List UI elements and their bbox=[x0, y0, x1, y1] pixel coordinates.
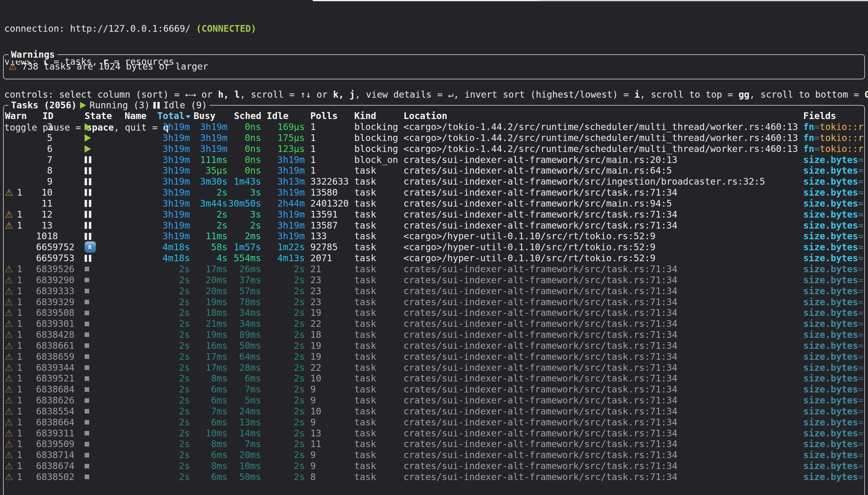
column-header-total-sorted[interactable]: Total bbox=[157, 110, 190, 121]
key-G: G bbox=[865, 89, 868, 100]
table-row-task-6659752[interactable]: 6659752 4m18s 58s 1m57s 1m22s 92785 task… bbox=[0, 242, 868, 253]
table-row-task-6839344[interactable]: ⚠ 1 6839344 2s 17ms 28ms 2s 22 task crat… bbox=[0, 362, 868, 373]
table-row-task-6838554[interactable]: ⚠ 1 6838554 2s 7ms 24ms 2s 10 task crate… bbox=[0, 406, 868, 417]
warn-count: 1 bbox=[15, 275, 22, 286]
table-row-task-6839521[interactable]: ⚠ 1 6839521 2s 8ms 6ms 2s 10 task crates… bbox=[0, 373, 868, 384]
table-row-task-6839526[interactable]: ⚠ 1 6839526 2s 17ms 26ms 2s 21 task crat… bbox=[0, 264, 868, 275]
polls-count: 19 bbox=[310, 307, 321, 318]
table-row-task-8[interactable]: 8 3h19m 35µs 0ns 3h19m 1 task crates/sui… bbox=[0, 165, 868, 176]
sched-duration: 10ms bbox=[228, 461, 261, 472]
table-row-task-6838664[interactable]: ⚠ 1 6838664 2s 6ms 13ms 2s 9 task crates… bbox=[0, 417, 868, 428]
task-fields: size.bytes= bbox=[803, 318, 864, 329]
table-row-task-6838661[interactable]: ⚠ 1 6838661 2s 16ms 50ms 2s 19 task crat… bbox=[0, 340, 868, 351]
table-row-task-6[interactable]: 6 3h19m 3h19m 0ns 123µs 1 blocking <carg… bbox=[0, 143, 868, 154]
task-id: 1018 bbox=[36, 231, 58, 242]
table-row-task-6839311[interactable]: ⚠ 1 6839311 2s 10ms 14ms 2s 13 task crat… bbox=[0, 428, 868, 439]
column-header-busy[interactable]: Busy bbox=[194, 110, 216, 121]
table-row-task-6659753[interactable]: 6659753 4m18s 4s 554ms 4m13s 2071 task <… bbox=[0, 253, 868, 264]
key-kj: k, j bbox=[333, 89, 355, 100]
idle-duration: 123µs bbox=[272, 143, 305, 154]
table-row-task-6838714[interactable]: ⚠ 1 6838714 2s 6ms 20ms 2s 9 task crates… bbox=[0, 449, 868, 461]
sched-duration: 26ms bbox=[228, 264, 261, 275]
table-row-task-7[interactable]: 7 3h19m 111ms 0ns 3h19m 1 block_on crate… bbox=[0, 154, 868, 166]
idle-duration: 2s bbox=[272, 439, 305, 449]
busy-duration: 19ms bbox=[192, 297, 228, 308]
task-fields: fn=tokio::r bbox=[803, 133, 864, 143]
table-row-task-9[interactable]: 9 3h19m 3m30s 1m43s 3h13m 3322633 task c… bbox=[0, 176, 868, 187]
state-completed-square-icon bbox=[85, 376, 89, 381]
table-row-task-6839509[interactable]: ⚠ 1 6839509 2s 8ms 7ms 2s 11 task crates… bbox=[0, 439, 868, 449]
table-row-task-6838428[interactable]: ⚠ 1 6838428 2s 19ms 89ms 2s 18 task crat… bbox=[0, 329, 868, 340]
table-row-task-11[interactable]: 11 3h19m 3m44s 30m50s 2h44m 2401320 task… bbox=[0, 198, 868, 209]
table-row-task-6838684[interactable]: ⚠ 1 6838684 2s 6ms 7ms 2s 9 task crates/… bbox=[0, 384, 868, 395]
table-row-task-1018[interactable]: 1018 3h19m 11ms 2ms 3h19m 133 task <carg… bbox=[0, 231, 868, 242]
task-kind: task bbox=[354, 165, 376, 176]
state-running-play-icon bbox=[85, 134, 91, 142]
table-row-task-6839333[interactable]: ⚠ 1 6839333 2s 20ms 57ms 2s 23 task crat… bbox=[0, 286, 868, 297]
row-warning-icon: ⚠ bbox=[5, 340, 13, 351]
idle-duration: 2s bbox=[272, 264, 305, 275]
task-location: crates/sui-indexer-alt-framework/src/tas… bbox=[403, 187, 678, 198]
column-header-sched[interactable]: Sched bbox=[234, 110, 262, 121]
field-key: size.bytes bbox=[803, 329, 858, 340]
polls-count: 18 bbox=[310, 329, 321, 340]
field-key: size.bytes bbox=[803, 428, 858, 439]
table-row-task-6839301[interactable]: ⚠ 1 6839301 2s 21ms 34ms 2s 22 task crat… bbox=[0, 318, 868, 329]
polls-count: 13591 bbox=[310, 209, 338, 220]
table-row-task-6838626[interactable]: ⚠ 1 6838626 2s 6ms 5ms 2s 9 task crates/… bbox=[0, 395, 868, 406]
table-row-task-5[interactable]: 5 3h19m 3h19m 0ns 175µs 1 blocking <carg… bbox=[0, 133, 868, 143]
table-row-task-10[interactable]: ⚠ 1 10 3h19m 2s 3s 3h19m 13580 task crat… bbox=[0, 187, 868, 198]
column-header-fields[interactable]: Fields bbox=[803, 110, 836, 121]
column-header-warn[interactable]: Warn bbox=[5, 110, 27, 121]
column-header-kind[interactable]: Kind bbox=[354, 110, 376, 121]
table-row-task-6838659[interactable]: ⚠ 1 6838659 2s 17ms 64ms 2s 19 task crat… bbox=[0, 351, 868, 362]
sched-duration: 5ms bbox=[228, 395, 261, 406]
task-kind: task bbox=[354, 395, 376, 406]
polls-count: 1 bbox=[310, 154, 316, 166]
column-header-polls[interactable]: Polls bbox=[310, 110, 338, 121]
column-header-idle[interactable]: Idle bbox=[267, 110, 289, 121]
field-key: size.bytes bbox=[803, 373, 858, 383]
row-warning-icon: ⚠ bbox=[5, 395, 13, 406]
sched-duration: 554ms bbox=[228, 253, 261, 264]
field-equals: = bbox=[858, 340, 864, 351]
table-row-task-6838674[interactable]: ⚠ 1 6838674 2s 8ms 10ms 2s 9 task crates… bbox=[0, 461, 868, 472]
column-header-state[interactable]: State bbox=[85, 110, 112, 121]
table-row-task-12[interactable]: ⚠ 1 12 3h19m 2s 3s 3h19m 13591 task crat… bbox=[0, 209, 868, 220]
polls-count: 1 bbox=[310, 121, 316, 133]
task-fields: size.bytes= bbox=[803, 220, 864, 231]
sched-duration: 3s bbox=[228, 187, 261, 198]
table-row-task-3[interactable]: 3 3h19m 3h19m 0ns 169µs 1 blocking <carg… bbox=[0, 121, 868, 133]
tasks-table-header: Warn ID State Name Total Busy Sched Idle… bbox=[0, 110, 868, 121]
busy-duration: 11ms bbox=[192, 231, 228, 242]
table-row-task-13[interactable]: ⚠ 1 13 3h19m 2s 2s 3h19m 13587 task crat… bbox=[0, 220, 868, 231]
polls-count: 13 bbox=[310, 428, 321, 439]
state-cell bbox=[85, 384, 97, 395]
total-duration: 3h19m bbox=[134, 220, 190, 231]
column-header-id[interactable]: ID bbox=[43, 110, 53, 121]
field-key: size.bytes bbox=[803, 362, 858, 373]
table-row-task-6838502[interactable]: ⚠ 1 6838502 2s 6ms 50ms 2s 8 task crates… bbox=[0, 472, 868, 482]
field-key: fn bbox=[803, 121, 814, 132]
column-header-name[interactable]: Name bbox=[124, 110, 147, 121]
column-header-location[interactable]: Location bbox=[403, 110, 448, 121]
state-completed-square-icon bbox=[85, 464, 89, 468]
task-id: 6839521 bbox=[36, 373, 74, 384]
table-row-task-6839508[interactable]: ⚠ 1 6839508 2s 18ms 34ms 2s 19 task crat… bbox=[0, 307, 868, 318]
state-cell bbox=[85, 351, 97, 362]
task-fields: size.bytes= bbox=[803, 461, 864, 472]
task-fields: fn=tokio::r bbox=[803, 121, 864, 133]
idle-duration: 3h13m bbox=[272, 176, 305, 187]
task-id: 6 bbox=[36, 143, 52, 154]
task-location: <cargo>/tokio-1.44.2/src/runtime/schedul… bbox=[403, 121, 798, 133]
sched-duration: 20ms bbox=[228, 449, 261, 461]
total-duration: 3h19m bbox=[134, 231, 190, 242]
task-id: 6838714 bbox=[36, 449, 74, 461]
table-row-task-6839329[interactable]: ⚠ 1 6839329 2s 19ms 78ms 2s 23 task crat… bbox=[0, 297, 868, 308]
busy-duration: 8ms bbox=[192, 461, 228, 472]
busy-duration: 17ms bbox=[192, 351, 228, 362]
table-row-task-6839290[interactable]: ⚠ 1 6839290 2s 20ms 37ms 2s 23 task crat… bbox=[0, 275, 868, 286]
field-key: size.bytes bbox=[803, 242, 858, 252]
sched-duration: 3s bbox=[228, 209, 261, 220]
field-equals: = bbox=[858, 165, 864, 176]
